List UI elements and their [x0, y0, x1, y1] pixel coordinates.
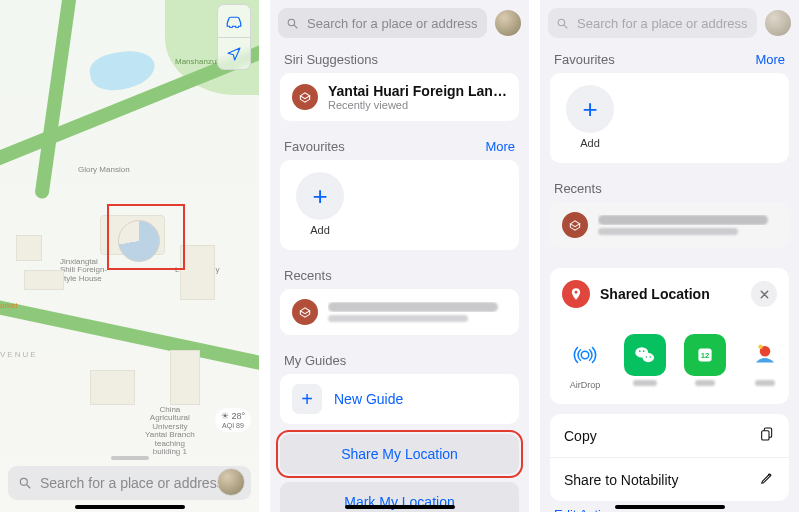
search-icon [286, 17, 299, 30]
svg-point-9 [642, 353, 654, 362]
profile-avatar[interactable] [495, 10, 521, 36]
weather-aqi: AQI 89 [222, 422, 244, 429]
section-header-favourites: Favourites More [270, 131, 529, 160]
section-header-siri: Siri Suggestions [270, 44, 529, 73]
app-label [695, 380, 715, 386]
svg-text:12: 12 [701, 351, 710, 360]
svg-point-0 [20, 478, 27, 485]
more-link[interactable]: More [485, 139, 515, 154]
svg-point-2 [288, 19, 295, 26]
suggestion-subtitle: Recently viewed [328, 99, 507, 111]
svg-line-3 [294, 25, 297, 28]
search-placeholder: Search for a place or address [40, 475, 224, 491]
search-field[interactable]: Search for a place or address [278, 8, 487, 38]
section-title: Recents [554, 181, 602, 196]
action-label: Share to Notability [564, 472, 678, 488]
app-label [633, 380, 657, 386]
map-water [87, 47, 157, 95]
app-label [755, 380, 775, 386]
svg-point-12 [646, 356, 648, 358]
share-app-4[interactable] [744, 334, 786, 386]
pencil-icon [759, 470, 775, 489]
share-actions-list: Copy Share to Notability [550, 414, 789, 501]
top-search-bar: Search for a place or address [270, 0, 529, 44]
search-placeholder: Search for a place or address [307, 16, 478, 31]
profile-avatar[interactable] [217, 468, 245, 496]
copy-icon [759, 426, 775, 445]
weather-chip[interactable]: ☀︎ 28° AQI 89 [215, 408, 251, 432]
recent-row[interactable] [550, 202, 789, 248]
close-icon [759, 289, 770, 300]
plus-icon: + [292, 384, 322, 414]
map-controls [217, 4, 251, 70]
svg-point-11 [643, 350, 645, 352]
add-label: Add [580, 137, 600, 149]
add-favourite-button[interactable]: + Add [292, 172, 348, 236]
search-placeholder: Search for a place or address [577, 16, 748, 31]
share-app-airdrop[interactable]: AirDrop [564, 334, 606, 390]
more-link[interactable]: More [755, 52, 785, 67]
section-header-guides: My Guides [270, 345, 529, 374]
top-search-bar: Search for a place or address [540, 0, 799, 44]
search-field[interactable]: Search for a place or address [548, 8, 757, 38]
svg-point-4 [558, 19, 565, 26]
school-pin-icon [562, 212, 588, 238]
locate-me-button[interactable] [217, 37, 251, 69]
plus-icon: + [566, 85, 614, 133]
copy-action[interactable]: Copy [550, 414, 789, 457]
new-guide-button[interactable]: + New Guide [280, 374, 519, 424]
add-favourite-button[interactable]: + Add [562, 85, 618, 149]
share-sheet-title: Shared Location [600, 286, 741, 302]
share-sheet: Shared Location AirDrop [550, 268, 789, 404]
svg-point-7 [581, 351, 589, 359]
section-title: Siri Suggestions [284, 52, 378, 67]
home-indicator[interactable] [345, 505, 455, 509]
share-apps-row[interactable]: AirDrop 12 [550, 320, 789, 404]
svg-point-6 [575, 291, 578, 294]
wechat-icon [624, 334, 666, 376]
section-header-recents: Recents [540, 173, 799, 202]
app-label: AirDrop [570, 380, 601, 390]
share-app-3[interactable]: 12 [684, 334, 726, 386]
share-my-location-button[interactable]: Share My Location [280, 434, 519, 474]
close-button[interactable] [751, 281, 777, 307]
plus-icon: + [296, 172, 344, 220]
svg-rect-19 [762, 431, 769, 440]
siri-suggestion-row[interactable]: Yantai Huari Foreign Language School (… … [280, 73, 519, 121]
tutorial-highlight-box [107, 204, 185, 270]
svg-point-13 [649, 356, 651, 358]
app-icon [744, 334, 786, 376]
sheet-grabber[interactable] [111, 456, 149, 460]
search-field[interactable]: Search for a place or address [8, 466, 251, 500]
section-title: My Guides [284, 353, 346, 368]
section-title: Favourites [554, 52, 615, 67]
search-icon [18, 476, 32, 490]
section-title: Favourites [284, 139, 345, 154]
favourites-card: + Add [280, 160, 519, 250]
driving-mode-button[interactable] [217, 5, 251, 37]
map-buildings [10, 140, 249, 452]
home-indicator[interactable] [615, 505, 725, 509]
button-label: Share My Location [341, 446, 458, 462]
share-app-wechat[interactable] [624, 334, 666, 386]
airdrop-icon [570, 340, 600, 370]
home-indicator[interactable] [75, 505, 185, 509]
suggestion-title: Yantai Huari Foreign Language School (… [328, 83, 507, 99]
search-icon [556, 17, 569, 30]
share-notability-action[interactable]: Share to Notability [550, 457, 789, 501]
section-title: Recents [284, 268, 332, 283]
recent-row[interactable] [280, 289, 519, 335]
share-sheet-screen: Search for a place or address Favourites… [540, 0, 799, 512]
svg-point-17 [758, 345, 763, 350]
new-guide-label: New Guide [334, 391, 403, 407]
school-pin-icon [292, 84, 318, 110]
favourites-card: + Add [550, 73, 789, 163]
location-pin-icon [562, 280, 590, 308]
action-label: Copy [564, 428, 597, 444]
svg-line-5 [564, 25, 567, 28]
svg-point-10 [639, 350, 641, 352]
search-sheet[interactable]: Search for a place or address [0, 446, 259, 512]
map-canvas[interactable]: Manshanzui Glory Mansion Jinxiangtai Shi… [0, 0, 259, 512]
search-panel-screen: Search for a place or address Siri Sugge… [270, 0, 529, 512]
profile-avatar[interactable] [765, 10, 791, 36]
